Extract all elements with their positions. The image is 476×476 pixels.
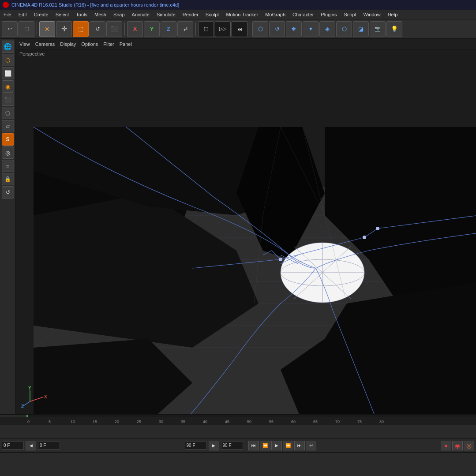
record3-btn[interactable]: ◎ [464, 441, 474, 450]
record2-btn[interactable]: ◉ [452, 441, 463, 450]
menu-script[interactable]: Script [340, 10, 360, 19]
ruler-5: 5 [49, 420, 51, 424]
step-back-btn[interactable]: ⏪ [260, 441, 270, 450]
svg-line-50 [30, 397, 43, 401]
vp-menu-view[interactable]: View [19, 41, 30, 47]
menu-mesh[interactable]: Mesh [91, 10, 110, 19]
ruler-80: 80 [379, 420, 384, 424]
axis-y-btn[interactable]: Y [144, 21, 160, 37]
app-icon [3, 2, 9, 8]
deform-btn[interactable]: ✦ [303, 21, 319, 37]
menu-help[interactable]: Help [384, 10, 401, 19]
menu-character[interactable]: Character [289, 10, 317, 19]
menu-tools[interactable]: Tools [72, 10, 91, 19]
axis-all-btn[interactable]: ⇄ [177, 21, 193, 37]
spline-btn[interactable]: ◈ [319, 21, 335, 37]
vp-menu-cameras[interactable]: Cameras [35, 41, 55, 47]
axis-z-btn[interactable]: Z [161, 21, 176, 37]
menu-window[interactable]: Window [360, 10, 384, 19]
perspective-label: Perspective [19, 51, 45, 56]
loop-btn[interactable]: ↩ [306, 441, 316, 450]
menu-snap[interactable]: Snap [110, 10, 128, 19]
sidebar-object-btn[interactable]: ⬛ [2, 94, 14, 106]
move-tool-btn[interactable]: ✛ [56, 21, 72, 37]
frame-btn2[interactable]: ▷▷ [215, 21, 231, 37]
sidebar-poly-btn[interactable]: ⬡ [2, 54, 14, 66]
axis-x-btn[interactable]: X [127, 21, 143, 37]
title-text: CINEMA 4D R16.021 Studio (R16) - [five a… [11, 2, 179, 7]
vp-menu-panel[interactable]: Panel [120, 41, 132, 47]
camera-btn[interactable]: 📷 [370, 21, 386, 37]
frame-btn[interactable]: ⬚ [198, 21, 214, 37]
floor-btn[interactable]: ◪ [353, 21, 369, 37]
viewport-topbar: View Cameras Display Options Filter Pane… [16, 39, 476, 49]
menu-animate[interactable]: Animate [128, 10, 153, 19]
goto-end-btn[interactable]: ⏭ [294, 441, 305, 450]
sidebar-model-btn[interactable]: ⬠ [2, 107, 14, 119]
cube-btn[interactable]: ⬡ [252, 21, 268, 37]
ruler-60: 60 [291, 420, 296, 424]
frame-start-input[interactable] [38, 442, 60, 450]
frame-next-arrow[interactable]: ▶ [209, 441, 219, 450]
vp-menu-filter[interactable]: Filter [103, 41, 114, 47]
svg-point-48 [363, 236, 366, 239]
ruler-35: 35 [181, 420, 185, 424]
frame-end2-input[interactable] [221, 442, 243, 450]
sidebar-magnet-btn[interactable]: ◎ [2, 146, 14, 159]
nurbs-btn[interactable]: ⬡ [336, 21, 352, 37]
vp-menu-options[interactable]: Options [81, 41, 98, 47]
menu-motion-tracker[interactable]: Motion Tracker [222, 10, 262, 19]
timeline-area: 0 5 10 15 20 25 30 35 40 45 50 55 60 65 … [0, 414, 476, 476]
frame-end-input[interactable] [185, 442, 207, 450]
record-btn[interactable]: ● [441, 441, 451, 450]
svg-line-54 [23, 401, 30, 406]
undo-render-btn[interactable]: ↩ [2, 21, 18, 37]
toolbar-separator-4 [250, 22, 250, 36]
ruler-45: 45 [225, 420, 229, 424]
sweep-btn[interactable]: ↺ [269, 21, 285, 37]
menu-mograph[interactable]: MoGraph [262, 10, 289, 19]
vp-menu-display[interactable]: Display [60, 41, 76, 47]
scale-tool-btn[interactable]: ↺ [90, 21, 105, 37]
menu-file[interactable]: File [0, 10, 15, 19]
step-fwd-btn[interactable]: ⏩ [283, 441, 293, 450]
frame-current-input[interactable] [2, 442, 24, 450]
toolbar-separator-3 [195, 22, 196, 36]
light-btn[interactable]: 💡 [386, 21, 402, 37]
menu-edit[interactable]: Edit [15, 10, 30, 19]
render-region-btn[interactable]: ⬚ [19, 21, 34, 37]
sidebar-tweak-btn[interactable]: ▱ [2, 120, 14, 132]
goto-start-btn[interactable]: ⏮ [248, 441, 259, 450]
sidebar-refresh-btn[interactable]: ↺ [2, 186, 14, 199]
sidebar-layers-btn[interactable]: ≡ [2, 160, 14, 172]
menu-simulate[interactable]: Simulate [153, 10, 179, 19]
cloner-btn[interactable]: ❖ [286, 21, 302, 37]
menu-select[interactable]: Select [52, 10, 73, 19]
ruler-0: 0 [27, 420, 30, 424]
select-tool-btn[interactable]: ✕ [39, 21, 55, 37]
axis-indicator: X Y Z [21, 386, 48, 409]
svg-point-49 [376, 227, 379, 230]
sidebar-edge-btn[interactable]: ⬜ [2, 67, 14, 79]
transform-tool-btn[interactable]: ⬛ [106, 21, 122, 37]
sidebar-point-btn[interactable]: ◉ [2, 80, 14, 93]
svg-text:Z: Z [21, 404, 24, 408]
menu-plugins[interactable]: Plugins [317, 10, 340, 19]
svg-text:X: X [44, 394, 47, 399]
rotate-tool-btn[interactable]: ⬚ [73, 21, 89, 37]
play-btn[interactable]: ▶ [271, 441, 282, 450]
render-btn[interactable]: ⏭ [232, 21, 247, 37]
viewport[interactable]: View Cameras Display Options Filter Pane… [16, 39, 476, 414]
sidebar-lock-btn[interactable]: 🔒 [2, 173, 14, 185]
menu-render[interactable]: Render [179, 10, 202, 19]
sidebar-s-btn[interactable]: S [2, 133, 14, 146]
ruler-70: 70 [335, 420, 340, 424]
ruler-75: 75 [357, 420, 362, 424]
ruler-55: 55 [269, 420, 274, 424]
timeline-ruler: 0 5 10 15 20 25 30 35 40 45 50 55 60 65 … [0, 417, 476, 425]
menu-create[interactable]: Create [30, 10, 52, 19]
menu-sculpt[interactable]: Sculpt [202, 10, 223, 19]
frame-prev-arrow[interactable]: ◀ [26, 441, 36, 450]
sidebar-globe-btn[interactable]: 🌐 [2, 41, 14, 53]
timeline-controls: ◀ ▶ ⏮ ⏪ ▶ ⏩ ⏭ ↩ ● ◉ ◎ [0, 439, 476, 453]
